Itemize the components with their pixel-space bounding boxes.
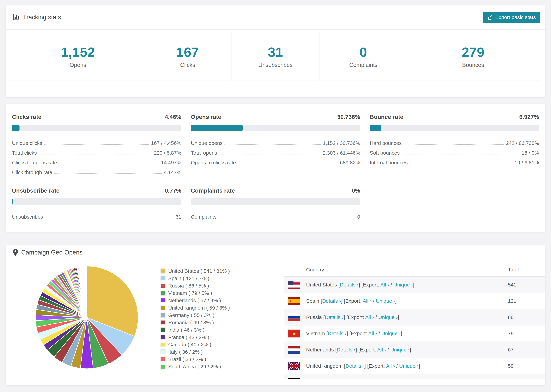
- rate-row: Unique clicks167 / 4.456%: [12, 136, 181, 146]
- rate-row-label: Hard bounces: [370, 140, 402, 146]
- rate-title: Clicks rate: [12, 113, 42, 120]
- rate-row-label: Total clicks: [12, 150, 37, 156]
- rate-row-label: Opens to clicks rate: [191, 160, 236, 166]
- rate-row: Opens to clicks rate689.82%: [191, 156, 360, 166]
- rate-rows: Unique clicks167 / 4.456%Total clicks220…: [12, 136, 181, 175]
- export-all-link[interactable]: All ›: [365, 314, 374, 320]
- legend-label: Brazil ( 33 / 2% ): [168, 357, 206, 362]
- export-all-link[interactable]: All ›: [386, 363, 395, 369]
- rate-block-clicks: Clicks rate4.46%Unique clicks167 / 4.456…: [12, 113, 181, 175]
- legend-label: Vietnam ( 79 / 5% ): [168, 290, 212, 296]
- country-name: Vietnam: [306, 331, 326, 336]
- country-text: United Kingdom [Details ›] [Export: All …: [306, 363, 420, 369]
- rate-row-value: 167 / 4.456%: [151, 140, 181, 146]
- legend-label: Russia ( 86 / 5% ): [168, 283, 209, 289]
- rate-row: Internal bounces19 / 6.81%: [370, 156, 539, 166]
- stat-value: 279: [462, 44, 484, 60]
- legend-swatch: [161, 350, 165, 354]
- separator: /: [374, 314, 378, 320]
- rates-card: Clicks rate4.46%Unique clicks167 / 4.456…: [6, 104, 545, 232]
- export-all-link[interactable]: All ›: [368, 331, 377, 336]
- summary-stat-complaints: 0Complaints: [319, 32, 407, 81]
- progress-bar-fill: [12, 125, 20, 131]
- country-text: United States [Details ›] [Export: All ›…: [306, 282, 414, 288]
- export-unique-link[interactable]: Unique ›: [381, 331, 401, 336]
- legend-swatch: [161, 291, 165, 295]
- progress-bar: [12, 198, 181, 205]
- geo-country-table: CountryTotalUnited States [Details ›] [E…: [284, 263, 545, 379]
- bracket: [: [344, 363, 346, 369]
- country-cell: Spain [Details ›] [Export: All › / Uniqu…: [288, 297, 508, 305]
- legend-item: Brazil ( 33 / 2% ): [161, 356, 230, 363]
- country-name: Russia: [306, 314, 323, 320]
- export-basic-stats-button[interactable]: Export basic stats: [483, 12, 540, 23]
- export-unique-link[interactable]: Unique ›: [393, 282, 413, 287]
- details-link[interactable]: Details ›: [337, 347, 355, 352]
- legend-item: Romania ( 49 / 3% ): [161, 319, 230, 326]
- legend-item: Vietnam ( 79 / 5% ): [161, 289, 230, 297]
- export-all-link[interactable]: All ›: [380, 282, 389, 287]
- stat-value: 1,152: [61, 44, 95, 60]
- rate-title: Bounce rate: [370, 113, 403, 120]
- legend-swatch: [161, 357, 165, 362]
- details-link[interactable]: Details ›: [340, 282, 359, 287]
- legend-label: India ( 46 / 3% ): [168, 327, 205, 333]
- dotted-leader: [44, 144, 149, 145]
- rate-row-label: Total opens: [191, 150, 217, 156]
- bracket: ]: [410, 347, 411, 352]
- rate-row: Total clicks220 / 5.87%: [12, 146, 181, 156]
- total-cell: 121: [508, 298, 545, 304]
- export-unique-link[interactable]: Unique ›: [378, 314, 398, 320]
- dotted-leader: [402, 154, 520, 154]
- progress-bar-fill: [12, 198, 13, 205]
- legend-label: Germany ( 55 / 3% ): [168, 312, 214, 318]
- table-row-vn: Vietnam [Details ›] [Export: All › / Uni…: [284, 325, 545, 342]
- flag-icon-de: [288, 378, 300, 379]
- details-link[interactable]: Details ›: [346, 363, 364, 369]
- export-all-link[interactable]: All ›: [377, 347, 386, 352]
- rate-header: Opens rate30.736%: [191, 113, 360, 120]
- rate-row-value: 0: [357, 214, 360, 220]
- rate-row-value: 4.147%: [164, 169, 181, 175]
- legend-swatch: [161, 364, 165, 369]
- dotted-leader: [39, 154, 152, 154]
- export-unique-link[interactable]: Unique ›: [376, 298, 395, 304]
- rate-rows: Complaints0: [191, 210, 360, 220]
- geo-body: United States ( 541 / 31% )Spain ( 121 /…: [6, 260, 545, 379]
- export-icon: [487, 14, 493, 20]
- separator: /: [377, 331, 381, 336]
- legend-item: Netherlands ( 67 / 4% ): [161, 297, 230, 304]
- export-all-link[interactable]: All ›: [363, 298, 372, 304]
- rate-row-label: Unique clicks: [12, 140, 42, 146]
- table-row-nl: Netherlands [Details ›] [Export: All › /…: [284, 342, 545, 358]
- legend-swatch: [161, 328, 165, 332]
- rate-percent: 0.77%: [165, 187, 181, 194]
- total-cell: 59: [508, 363, 545, 369]
- dotted-leader: [45, 218, 174, 218]
- country-cell: Germany [Details ›] [Export: All › / Uni…: [288, 378, 508, 379]
- export-unique-link[interactable]: Unique ›: [390, 347, 410, 352]
- stat-label: Complaints: [349, 62, 377, 68]
- rate-header: Complaints rate0%: [191, 187, 360, 194]
- export-button-label: Export basic stats: [495, 14, 536, 20]
- stat-value: 0: [360, 44, 367, 60]
- progress-bar-fill: [191, 125, 243, 131]
- legend-item: Spain ( 121 / 7% ): [161, 275, 230, 282]
- rate-title: Complaints rate: [191, 187, 235, 194]
- geo-opens-title: Campaign Geo Opens: [21, 249, 83, 256]
- total-cell: 541: [508, 282, 545, 288]
- details-link[interactable]: Details ›: [322, 298, 341, 304]
- rate-rows: Unsubscribes31: [12, 210, 181, 220]
- details-link[interactable]: Details ›: [328, 331, 346, 336]
- export-unique-link[interactable]: Unique ›: [399, 363, 418, 369]
- progress-bar: [191, 198, 360, 205]
- table-row-ru: Russia [Details ›] [Export: All › / Uniq…: [284, 309, 545, 325]
- bracket: ] [Export:: [346, 331, 368, 336]
- legend-swatch: [161, 276, 165, 281]
- details-link[interactable]: Details ›: [325, 314, 343, 320]
- tracking-stats-header: Tracking stats Export basic stats: [6, 5, 545, 30]
- summary-stat-unsubscribes: 31Unsubscribes: [232, 32, 319, 81]
- legend-label: Spain ( 121 / 7% ): [168, 275, 209, 281]
- legend-label: South Africa ( 29 / 2% ): [168, 364, 221, 370]
- flag-icon-es: [288, 297, 300, 305]
